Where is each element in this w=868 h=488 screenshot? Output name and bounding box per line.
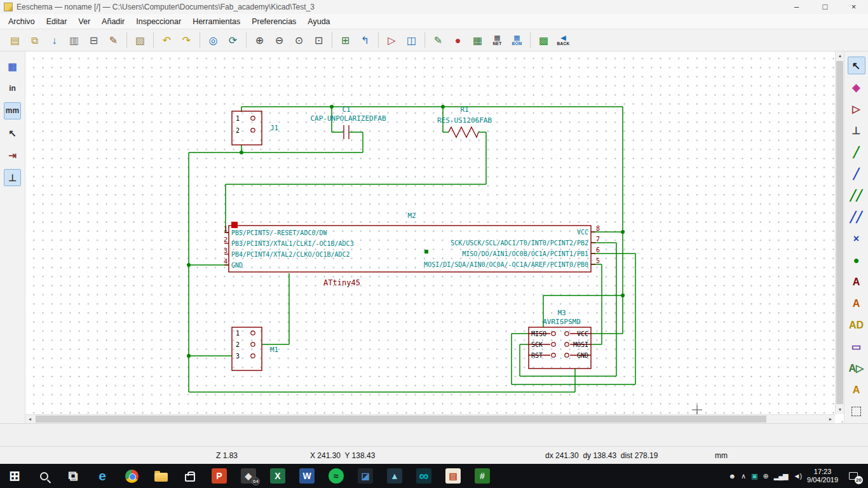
dark-app-icon[interactable]: ◪	[351, 464, 380, 488]
pin-circle[interactable]	[565, 342, 569, 346]
pin-name[interactable]: GND	[577, 352, 588, 359]
page-settings-button[interactable]: ▥	[65, 32, 83, 49]
scroll-up-arrow[interactable]: ▲	[836, 51, 844, 60]
undo-button[interactable]: ↶	[158, 32, 175, 49]
search-icon[interactable]	[29, 464, 58, 488]
menu-herramientas[interactable]: Herramientas	[187, 17, 246, 26]
volume-icon[interactable]: ◄)	[794, 472, 802, 480]
menu-ver[interactable]: Ver	[72, 17, 96, 26]
R1-reference[interactable]: R1	[460, 105, 468, 114]
schematic[interactable]: C1CAP-UNPOLARIZEDFABR1RES-US1206FABJ1M2A…	[25, 51, 844, 423]
pin-circle[interactable]	[251, 128, 255, 132]
bus-to-bus-entry-tool-button[interactable]: ╱╱	[848, 208, 865, 226]
M2-value[interactable]: ATtiny45	[323, 278, 360, 287]
global-label-tool-button[interactable]: A	[848, 294, 865, 312]
pin-number[interactable]: 3	[224, 247, 227, 254]
pin-circle[interactable]	[251, 116, 255, 120]
horizontal-scrollbar[interactable]: ◄ ►	[25, 414, 835, 423]
junction-tool-button[interactable]: ●	[848, 251, 865, 269]
M3-reference[interactable]: M3	[557, 309, 566, 317]
action-center-button[interactable]: 20	[844, 468, 863, 484]
open-schematic-button[interactable]: ⧉	[26, 32, 43, 49]
net-label-tool-button[interactable]: A	[848, 273, 865, 290]
M3-value[interactable]: AVRISPSMD	[543, 318, 581, 326]
pin-name[interactable]: MISO/DO/AIN1/OC0B/OC1A/PCINT1/PB1	[462, 250, 588, 257]
pin-name[interactable]: VCC	[577, 229, 588, 236]
refresh-button[interactable]: ⟳	[224, 32, 241, 49]
file-explorer-icon[interactable]	[146, 464, 175, 488]
highlight-net-tool-button[interactable]: ◈	[848, 78, 865, 96]
pin-number[interactable]: 2	[224, 236, 227, 243]
junction-dot[interactable]	[187, 263, 191, 267]
pin-number[interactable]: 7	[596, 236, 600, 243]
pin-name[interactable]: GND	[231, 262, 243, 269]
minimize-button[interactable]: –	[782, 0, 811, 14]
hierarchical-sheet-tool-button[interactable]: ▭	[848, 337, 865, 355]
zoom-out-button[interactable]: ⊖	[271, 32, 288, 49]
junction-dot[interactable]	[621, 230, 625, 234]
J1-reference[interactable]: J1	[270, 124, 278, 132]
pin-name[interactable]: MISO	[531, 330, 546, 337]
edge-icon[interactable]: e	[88, 464, 117, 488]
vertical-scroll-thumb[interactable]	[836, 61, 843, 404]
vertical-scrollbar[interactable]: ▲ ▼	[835, 51, 844, 414]
loop-app-icon[interactable]: ∞	[409, 464, 438, 488]
show-hidden-icons-chevron[interactable]: ∧	[741, 472, 745, 480]
menu-archivo[interactable]: Archivo	[3, 17, 41, 26]
horizontal-scroll-thumb[interactable]	[36, 416, 766, 423]
pin-name[interactable]: SCK/USCK/SCL/ADC1/T0/INT0/PCINT2/PB2	[451, 240, 588, 247]
close-button[interactable]: ×	[839, 0, 868, 14]
hidden-pins-button[interactable]: ⇥	[4, 147, 21, 164]
notification-app-icon[interactable]: ◆64	[234, 464, 263, 488]
pin-number[interactable]: 3	[236, 353, 240, 360]
pin-number[interactable]: 1	[236, 330, 240, 337]
pin-circle[interactable]	[565, 332, 569, 336]
leave-sheet-button[interactable]: ↰	[356, 32, 374, 49]
pin-name[interactable]: SCK	[531, 341, 543, 348]
zoom-area-button[interactable]: ⊡	[310, 32, 327, 49]
junction-dot[interactable]	[441, 105, 445, 109]
store-icon[interactable]	[175, 464, 205, 488]
units-mm-button[interactable]: mm	[4, 102, 21, 119]
scroll-left-arrow[interactable]: ◄	[25, 415, 34, 423]
symbol-browser-button[interactable]: ◫	[403, 32, 420, 49]
place-wire-tool-button[interactable]: ╱	[848, 143, 865, 161]
erc-marker[interactable]	[231, 222, 238, 228]
scroll-down-arrow[interactable]: ▼	[836, 405, 844, 414]
menu-editar[interactable]: Editar	[41, 17, 73, 26]
network-icon[interactable]: ⊕	[763, 472, 768, 480]
M2-reference[interactable]: M2	[407, 212, 416, 220]
paste-button[interactable]: ▨	[132, 32, 149, 49]
zoom-in-button[interactable]: ⊕	[251, 32, 268, 49]
pin-circle[interactable]	[251, 331, 255, 335]
symbol-editor-button[interactable]: ▷	[383, 32, 400, 49]
pin-circle[interactable]	[251, 342, 255, 346]
junction-dot[interactable]	[240, 151, 243, 154]
redo-button[interactable]: ↷	[178, 32, 195, 49]
select-tool-button[interactable]: ↖	[848, 57, 865, 74]
erc-button[interactable]: ●	[449, 32, 466, 49]
pin-number[interactable]: 2	[236, 127, 240, 134]
print-button[interactable]: ⊟	[85, 32, 102, 49]
tray-app-icon[interactable]: ▣	[751, 472, 757, 480]
save-button[interactable]: ↓	[46, 32, 63, 49]
pin-name[interactable]: PB4/PCINT4/XTAL2/CLKO/OC1B/ADC2	[231, 251, 350, 258]
excel-icon[interactable]: X	[263, 464, 292, 488]
task-view-icon[interactable]: ⧉	[58, 464, 88, 488]
cursor-shape-button[interactable]: ↖	[4, 125, 21, 142]
find-button[interactable]: ◎	[205, 32, 222, 49]
pin-number[interactable]: 4	[224, 258, 227, 265]
maximize-button[interactable]: □	[811, 0, 839, 14]
anchor-marker[interactable]	[424, 250, 428, 254]
junction-dot[interactable]	[621, 294, 625, 297]
selection-tool-button[interactable]	[848, 402, 865, 420]
document-app-icon[interactable]: ▤	[438, 464, 468, 488]
M1-reference[interactable]: M1	[270, 346, 278, 354]
menu-anadir[interactable]: Añadir	[96, 17, 130, 26]
hv-wires-button[interactable]: ⊥	[4, 169, 21, 186]
run-pcbnew-button[interactable]: ▩	[535, 32, 552, 49]
pin-number[interactable]: 8	[596, 225, 600, 232]
back-annotate-button[interactable]: ◀BACK	[555, 32, 572, 49]
C1-value[interactable]: CAP-UNPOLARIZEDFAB	[310, 114, 386, 123]
menu-preferencias[interactable]: Preferencias	[246, 17, 302, 26]
